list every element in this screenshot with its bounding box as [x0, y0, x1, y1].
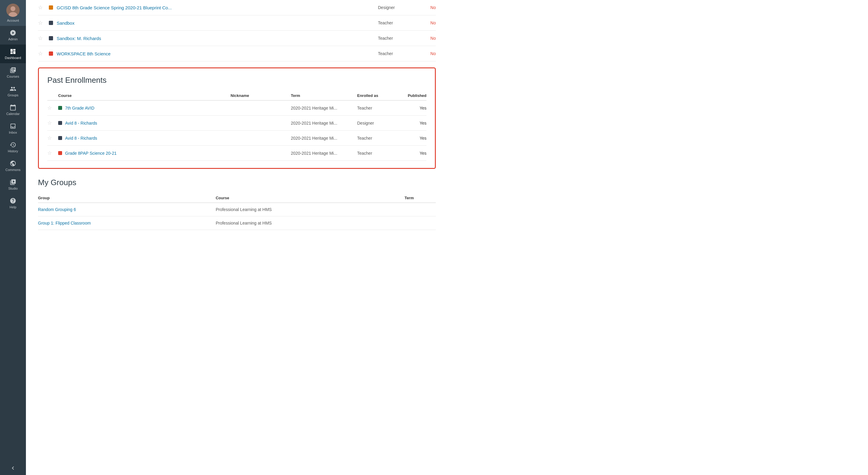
enrolled-as-label: Teacher	[378, 21, 414, 25]
table-row: ☆ Avid 8 - Richards 2020-2021 Heritage M…	[47, 115, 427, 131]
star-cell: ☆	[47, 146, 58, 161]
course-link[interactable]: WORKSPACE 8th Science	[57, 51, 374, 56]
studio-icon	[10, 179, 16, 185]
course-color-dot	[58, 106, 62, 110]
group-term-cell	[404, 216, 436, 230]
course-col-header: Course	[58, 91, 230, 101]
group-link[interactable]: Group 1: Flipped Classroom	[38, 220, 91, 226]
sidebar-label-history: History	[8, 149, 18, 153]
group-term-cell	[404, 203, 436, 216]
course-link[interactable]: GCISD 8th Grade Science Spring 2020-21 B…	[57, 5, 374, 10]
table-header-row: Course Nickname Term Enrolled as Publish…	[47, 91, 427, 101]
sidebar-item-calendar[interactable]: Calendar	[0, 101, 26, 119]
enrolled-as-cell: Designer	[357, 115, 396, 131]
groups-header-row: Group Course Term	[38, 193, 436, 203]
table-row: ☆ Sandbox: M. Richards Teacher No	[38, 31, 436, 46]
sidebar-label-account: Account	[7, 19, 19, 22]
groups-icon	[10, 86, 16, 92]
sidebar-label-commons: Commons	[5, 168, 21, 172]
star-icon[interactable]: ☆	[47, 105, 52, 111]
enrolled-as-label: Teacher	[378, 51, 414, 56]
nickname-cell	[230, 115, 291, 131]
nickname-cell	[230, 101, 291, 115]
group-name-cell: Group 1: Flipped Classroom	[38, 216, 216, 230]
group-course-cell: Professional Learning at HMS	[216, 216, 404, 230]
course-cell: 7th Grade AVID	[58, 101, 230, 115]
sidebar-item-commons[interactable]: Commons	[0, 157, 26, 175]
term-cell: 2020-2021 Heritage Mi...	[291, 146, 357, 161]
sidebar-label-inbox: Inbox	[9, 131, 17, 134]
course-link[interactable]: Avid 8 - Richards	[65, 136, 97, 141]
dashboard-icon	[10, 48, 16, 55]
avatar	[6, 4, 20, 17]
sidebar-label-courses: Courses	[7, 75, 19, 78]
table-row: ☆ Grade 8PAP Science 20-21 2020-2021 Her…	[47, 146, 427, 161]
published-status: No	[418, 5, 436, 10]
published-status: No	[418, 21, 436, 25]
enrolled-as-cell: Teacher	[357, 131, 396, 146]
course-link[interactable]: Grade 8PAP Science 20-21	[65, 151, 117, 156]
history-icon	[10, 141, 16, 148]
star-icon[interactable]: ☆	[38, 20, 45, 26]
course-color-dot	[49, 52, 53, 56]
published-cell: Yes	[396, 146, 427, 161]
sidebar-label-calendar: Calendar	[6, 112, 20, 115]
table-row: ☆ Sandbox Teacher No	[38, 15, 436, 31]
star-icon[interactable]: ☆	[38, 35, 45, 41]
course-link[interactable]: 7th Grade AVID	[65, 106, 94, 110]
sidebar-item-history[interactable]: History	[0, 138, 26, 157]
collapse-icon	[10, 465, 16, 471]
enrolled-as-label: Designer	[378, 5, 414, 10]
sidebar-item-dashboard[interactable]: Dashboard	[0, 44, 26, 63]
table-row: Group 1: Flipped Classroom Professional …	[38, 216, 436, 230]
published-cell: Yes	[396, 131, 427, 146]
term-col-header: Term	[291, 91, 357, 101]
course-cell: Grade 8PAP Science 20-21	[58, 146, 230, 161]
sidebar-item-groups[interactable]: Groups	[0, 82, 26, 101]
sidebar-item-inbox[interactable]: Inbox	[0, 119, 26, 138]
course-cell: Avid 8 - Richards	[58, 115, 230, 131]
my-groups-title: My Groups	[38, 178, 436, 187]
published-status: No	[418, 51, 436, 56]
group-col-header: Group	[38, 193, 216, 203]
course-color-dot	[58, 121, 62, 125]
table-row: ☆ WORKSPACE 8th Science Teacher No	[38, 46, 436, 61]
table-row: ☆ GCISD 8th Grade Science Spring 2020-21…	[38, 0, 436, 15]
sidebar-collapse-button[interactable]	[0, 461, 26, 475]
published-cell: Yes	[396, 101, 427, 115]
term-cell: 2020-2021 Heritage Mi...	[291, 131, 357, 146]
sidebar-item-admin[interactable]: Admin	[0, 26, 26, 44]
courses-icon	[10, 67, 16, 73]
sidebar-item-studio[interactable]: Studio	[0, 175, 26, 194]
my-groups-section: My Groups Group Course Term Random Group…	[38, 178, 436, 230]
sidebar-item-courses[interactable]: Courses	[0, 63, 26, 82]
sidebar-bottom	[0, 461, 26, 475]
calendar-icon	[10, 104, 16, 111]
table-row: Random Grouping 6 Professional Learning …	[38, 203, 436, 216]
sidebar-item-help[interactable]: Help	[0, 194, 26, 212]
group-link[interactable]: Random Grouping 6	[38, 207, 76, 212]
star-icon[interactable]: ☆	[47, 150, 52, 156]
term-col-header: Term	[404, 193, 436, 203]
star-icon[interactable]: ☆	[47, 120, 52, 126]
star-icon[interactable]: ☆	[47, 135, 52, 141]
course-link[interactable]: Avid 8 - Richards	[65, 121, 97, 126]
star-icon[interactable]: ☆	[38, 50, 45, 57]
table-row: ☆ Avid 8 - Richards 2020-2021 Heritage M…	[47, 131, 427, 146]
sidebar-item-account[interactable]: Account	[0, 0, 26, 26]
sidebar: Account Admin Dashboard Courses Groups C…	[0, 0, 26, 475]
course-link[interactable]: Sandbox	[57, 21, 374, 26]
course-color-dot	[49, 5, 53, 10]
past-enrollments-section: Past Enrollments Course Nickname Term En…	[38, 67, 436, 169]
course-color-dot	[49, 36, 53, 40]
commons-icon	[10, 160, 16, 167]
star-icon[interactable]: ☆	[38, 4, 45, 11]
nickname-cell	[230, 146, 291, 161]
star-cell: ☆	[47, 101, 58, 115]
nickname-col-header: Nickname	[230, 91, 291, 101]
course-link[interactable]: Sandbox: M. Richards	[57, 36, 374, 41]
table-row: ☆ 7th Grade AVID 2020-2021 Heritage Mi..…	[47, 101, 427, 115]
published-col-header: Published	[396, 91, 427, 101]
sidebar-label-studio: Studio	[8, 186, 18, 190]
published-cell: Yes	[396, 115, 427, 131]
